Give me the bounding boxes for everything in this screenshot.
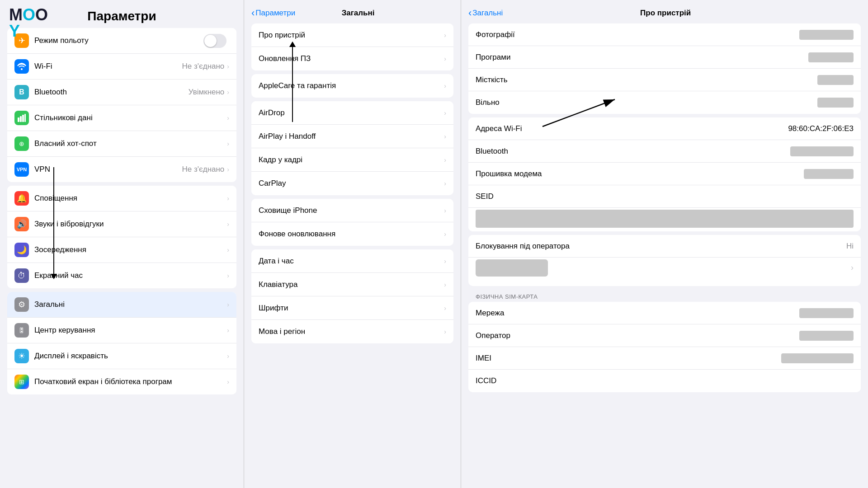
capacity-label: Місткість — [476, 75, 817, 84]
right-back-label[interactable]: Загальні — [472, 9, 503, 18]
back-label[interactable]: Параметри — [255, 9, 295, 18]
keyboard-item[interactable]: Клавіатура › — [251, 273, 453, 296]
airplane-toggle[interactable] — [203, 34, 226, 48]
annotation-arrow-down — [53, 167, 54, 276]
sidebar-item-bluetooth[interactable]: B Bluetooth Увімкнено › — [7, 80, 236, 105]
applecare-label: AppleCare та гарантія — [259, 81, 444, 90]
cellular-chevron: › — [227, 114, 229, 122]
about-label: Про пристрій — [259, 31, 444, 40]
sidebar-item-homescreen[interactable]: ⊞ Початковий екран і бібліотека програм … — [7, 369, 236, 394]
operator-label: Оператор — [476, 331, 799, 340]
free-label: Вільно — [476, 98, 817, 107]
homescreen-label-container: Початковий екран і бібліотека програм — [34, 377, 227, 386]
bluetooth-chevron: › — [227, 89, 229, 96]
carplay-item[interactable]: CarPlay › — [251, 172, 453, 195]
sidebar-item-display[interactable]: ☀ Дисплей і яскравість › — [7, 343, 236, 369]
lock-label: Блокування під оператора — [476, 242, 846, 251]
lock-value: Hi — [846, 242, 854, 251]
airdrop-label: AirDrop — [259, 108, 444, 117]
controlcenter-icon: 🎛 — [14, 323, 29, 338]
carplay-label: CarPlay — [259, 179, 444, 188]
airplay-item[interactable]: AirPlay i Handoff › — [251, 125, 453, 148]
background-item[interactable]: Фонове оновлювання › — [251, 222, 453, 246]
language-item[interactable]: Мова і регіон › — [251, 320, 453, 343]
iccid-label: ICCID — [476, 376, 854, 385]
wifi-addr-row: Адреса Wi-Fi 98:60:CA:2F:06:E3 — [468, 117, 861, 140]
operator-row: Оператор — [468, 324, 861, 347]
free-row: Вільно — [468, 91, 861, 114]
pictureinpicture-item[interactable]: Кадр у кадрі › — [251, 148, 453, 172]
sidebar-item-wifi[interactable]: Wi-Fi Не з'єднано › — [7, 54, 236, 80]
seid-value-blurred — [476, 210, 854, 228]
capacity-value-blurred — [817, 75, 854, 85]
sidebar-item-screentime[interactable]: ⏱ Екранний час › — [7, 263, 236, 288]
middle-panel-title: Загальні — [299, 9, 417, 18]
bluetooth-addr-label: Bluetooth — [476, 147, 790, 156]
iccid-row: ICCID — [468, 370, 861, 392]
screentime-label: Екранний час — [34, 271, 227, 280]
network-label: Мережа — [476, 309, 799, 318]
imei-label: IMEI — [476, 354, 781, 363]
general-group-5: Дата і час › Клавіатура › Шрифти › Мова … — [251, 249, 453, 343]
modem-label: Прошивка модема — [476, 169, 804, 178]
focus-icon: 🌙 — [14, 243, 29, 257]
update-label: Оновлення ПЗ — [259, 54, 444, 63]
right-panel-title: Про пристрій — [506, 9, 825, 18]
lock-sub-blurred — [476, 259, 548, 277]
sidebar-item-hotspot[interactable]: ⊕ Власний хот-спот › — [7, 131, 236, 157]
left-header: MO OY Параметри — [0, 0, 244, 28]
sounds-icon: 🔊 — [14, 217, 29, 231]
svg-rect-3 — [24, 114, 26, 122]
vpn-chevron: › — [227, 166, 229, 173]
sidebar-item-focus[interactable]: 🌙 Зосередження › — [7, 237, 236, 263]
svg-line-5 — [542, 99, 615, 127]
vpn-label: VPN — [34, 165, 182, 174]
right-content: Фотографії Програми Місткість Вільно Адр… — [461, 23, 868, 488]
airplay-label: AirPlay i Handoff — [259, 132, 444, 141]
cellular-icon — [14, 111, 29, 125]
airdrop-item[interactable]: AirDrop › — [251, 101, 453, 125]
datetime-item[interactable]: Дата і час › — [251, 249, 453, 273]
general-group-3: AirDrop › AirPlay i Handoff › Кадр у кад… — [251, 101, 453, 195]
network-row: Мережа — [468, 302, 861, 324]
update-item[interactable]: Оновлення ПЗ › — [251, 47, 453, 70]
hotspot-icon: ⊕ — [14, 136, 29, 151]
device-info-group-2: Адреса Wi-Fi 98:60:CA:2F:06:E3 Bluetooth… — [468, 117, 861, 231]
fonts-item[interactable]: Шрифти › — [251, 296, 453, 320]
svg-rect-0 — [18, 117, 19, 122]
storage-item[interactable]: Сховище iPhone › — [251, 199, 453, 222]
pictureinpicture-label: Кадр у кадрі — [259, 155, 444, 164]
applecare-item[interactable]: AppleCare та гарантія › — [251, 74, 453, 98]
airplane-label: Режим польоту — [34, 36, 203, 45]
bluetooth-value: Увімкнено — [189, 88, 224, 97]
settings-group-notifications: 🔔 Сповіщення › 🔊 Звуки і вібровідгуки › … — [7, 186, 236, 288]
sidebar-item-sounds[interactable]: 🔊 Звуки і вібровідгуки › — [7, 211, 236, 237]
screentime-icon: ⏱ — [14, 268, 29, 283]
apps-row: Програми — [468, 46, 861, 69]
apps-label: Програми — [476, 53, 808, 62]
middle-header: ‹ Параметри Загальні — [244, 0, 461, 23]
sidebar-item-notifications[interactable]: 🔔 Сповіщення › — [7, 186, 236, 211]
about-item[interactable]: Про пристрій › — [251, 23, 453, 47]
controlcenter-label: Центр керування — [34, 326, 227, 335]
back-to-general[interactable]: ‹ Загальні — [468, 7, 503, 19]
keyboard-label: Клавіатура — [259, 280, 444, 289]
apps-value-blurred — [808, 52, 854, 62]
back-to-settings[interactable]: ‹ Параметри — [251, 7, 295, 19]
hotspot-chevron: › — [227, 140, 229, 147]
imei-value-blurred — [781, 353, 854, 363]
network-value-blurred — [799, 308, 854, 318]
sidebar-item-cellular[interactable]: Стільникові дані › — [7, 105, 236, 131]
sidebar-item-general[interactable]: ⚙ Загальні › — [7, 292, 236, 318]
modem-row: Прошивка модема — [468, 163, 861, 185]
seid-row: SEID — [468, 185, 861, 208]
photos-value-blurred — [799, 30, 854, 40]
homescreen-label: Початковий екран і бібліотека програм — [34, 377, 227, 386]
general-group-1: Про пристрій › Оновлення ПЗ › — [251, 23, 453, 70]
wifi-chevron: › — [227, 63, 229, 70]
language-label: Мова і регіон — [259, 327, 444, 336]
sidebar-item-vpn[interactable]: VPN VPN Не з'єднано › — [7, 157, 236, 182]
sidebar-item-controlcenter[interactable]: 🎛 Центр керування › — [7, 318, 236, 343]
capacity-row: Місткість — [468, 69, 861, 91]
bluetooth-addr-row: Bluetooth — [468, 140, 861, 163]
